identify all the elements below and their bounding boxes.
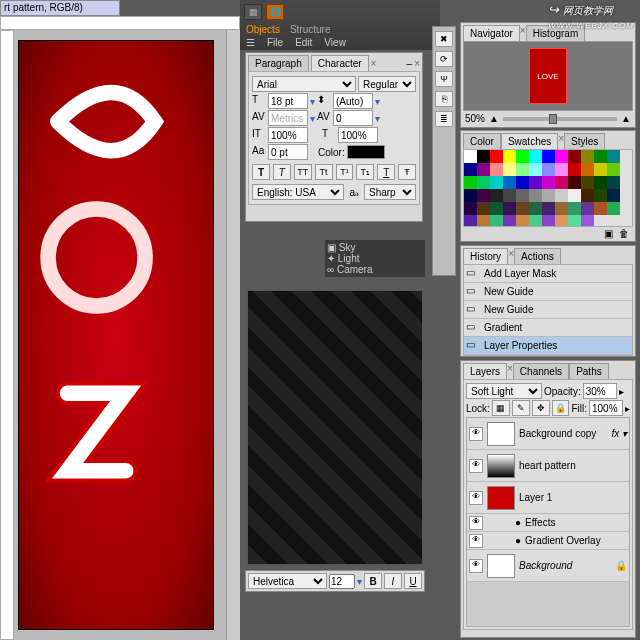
- zoom-slider[interactable]: [503, 117, 617, 121]
- tab-structure[interactable]: Structure: [290, 24, 331, 35]
- lock-all-icon[interactable]: 🔒: [552, 400, 570, 416]
- dropdown-icon[interactable]: ▾: [357, 576, 362, 587]
- swatch[interactable]: [607, 150, 620, 163]
- italic-button[interactable]: I: [384, 573, 402, 589]
- ruler-vertical[interactable]: [0, 30, 14, 640]
- swatch[interactable]: [581, 215, 594, 227]
- swatch[interactable]: [503, 150, 516, 163]
- close-icon[interactable]: ×: [371, 58, 377, 69]
- language-select[interactable]: English: USA: [252, 184, 344, 200]
- ruler-horizontal[interactable]: [0, 16, 240, 30]
- menu-view[interactable]: View: [324, 37, 346, 48]
- swatch[interactable]: [581, 202, 594, 215]
- swatch[interactable]: [503, 202, 516, 215]
- bottom-font-select[interactable]: Helvetica: [248, 573, 327, 589]
- swatch[interactable]: [477, 189, 490, 202]
- swatch[interactable]: [555, 215, 568, 227]
- swatch[interactable]: [503, 189, 516, 202]
- swatch[interactable]: [568, 163, 581, 176]
- tab-navigator[interactable]: Navigator: [463, 25, 520, 41]
- globe-icon[interactable]: 🌐: [266, 4, 284, 20]
- swatch[interactable]: [568, 215, 581, 227]
- visibility-icon[interactable]: 👁: [469, 491, 483, 505]
- strike-button[interactable]: Ŧ: [398, 164, 416, 180]
- history-item[interactable]: ▭Layer Properties: [464, 337, 632, 355]
- swatch[interactable]: [581, 176, 594, 189]
- swatch[interactable]: [464, 150, 477, 163]
- swatch[interactable]: [581, 163, 594, 176]
- layers-icon[interactable]: ≣: [435, 111, 453, 127]
- dropdown-icon[interactable]: ▾: [310, 113, 315, 124]
- swatch[interactable]: [516, 189, 529, 202]
- visibility-icon[interactable]: 👁: [469, 559, 483, 573]
- swatch[interactable]: [568, 189, 581, 202]
- bottom-font-size[interactable]: [329, 574, 355, 589]
- swatch[interactable]: [555, 202, 568, 215]
- tab-paragraph[interactable]: Paragraph: [248, 55, 309, 71]
- swatch[interactable]: [594, 176, 607, 189]
- chevron-icon[interactable]: ▸: [619, 386, 624, 397]
- visibility-icon[interactable]: 👁: [469, 516, 483, 530]
- tab-color[interactable]: Color: [463, 133, 501, 149]
- swatch[interactable]: [464, 163, 477, 176]
- new-swatch-icon[interactable]: ▣: [604, 228, 613, 239]
- zoom-out-icon[interactable]: ▲: [489, 113, 499, 124]
- tab-channels[interactable]: Channels: [513, 363, 569, 379]
- bold-button[interactable]: B: [364, 573, 382, 589]
- dropdown-icon[interactable]: ▾: [375, 113, 380, 124]
- faux-italic-button[interactable]: T: [273, 164, 291, 180]
- swatch[interactable]: [516, 202, 529, 215]
- swatch[interactable]: [607, 176, 620, 189]
- layer-row[interactable]: 👁●Effects: [467, 514, 629, 532]
- swatch[interactable]: [542, 189, 555, 202]
- swatch[interactable]: [594, 202, 607, 215]
- layer-row[interactable]: 👁●Gradient Overlay: [467, 532, 629, 550]
- swatch[interactable]: [516, 176, 529, 189]
- swatch[interactable]: [542, 163, 555, 176]
- swatches-grid[interactable]: [463, 149, 633, 227]
- scene-item-sky[interactable]: ▣ Sky: [327, 242, 423, 253]
- font-style-select[interactable]: Regular: [358, 76, 416, 92]
- tab-character[interactable]: Character: [311, 55, 369, 71]
- swatch[interactable]: [516, 215, 529, 227]
- brush-icon[interactable]: ⟳: [435, 51, 453, 67]
- swatch[interactable]: [490, 215, 503, 227]
- swatch[interactable]: [477, 150, 490, 163]
- swatch[interactable]: [542, 202, 555, 215]
- layer-thumb[interactable]: [487, 554, 515, 578]
- swatch[interactable]: [542, 176, 555, 189]
- visibility-icon[interactable]: 👁: [469, 427, 483, 441]
- swatch[interactable]: [568, 176, 581, 189]
- history-item[interactable]: ▭Add Layer Mask: [464, 265, 632, 283]
- clone-icon[interactable]: ⎘: [435, 91, 453, 107]
- swatch[interactable]: [581, 189, 594, 202]
- usb-icon[interactable]: Ψ: [435, 71, 453, 87]
- swatch[interactable]: [555, 163, 568, 176]
- visibility-icon[interactable]: 👁: [469, 459, 483, 473]
- layer-thumb[interactable]: [487, 486, 515, 510]
- underline-button[interactable]: T: [377, 164, 395, 180]
- pattern-preview[interactable]: [247, 290, 423, 565]
- swatch[interactable]: [529, 176, 542, 189]
- swatch[interactable]: [594, 150, 607, 163]
- dropdown-icon[interactable]: ▾: [375, 96, 380, 107]
- leading-input[interactable]: [333, 93, 373, 109]
- layer-row[interactable]: 👁heart pattern: [467, 450, 629, 482]
- document-tab[interactable]: rt pattern, RGB/8): [0, 0, 120, 16]
- tab-swatches[interactable]: Swatches: [501, 133, 558, 149]
- swatch[interactable]: [490, 150, 503, 163]
- swatch[interactable]: [542, 215, 555, 227]
- canvas[interactable]: [18, 40, 214, 630]
- tab-styles[interactable]: Styles: [564, 133, 605, 149]
- zoom-in-icon[interactable]: ▲: [621, 113, 631, 124]
- swatch[interactable]: [581, 150, 594, 163]
- history-item[interactable]: ▭New Guide: [464, 301, 632, 319]
- vscale-input[interactable]: [268, 127, 308, 143]
- minimize-icon[interactable]: –: [407, 58, 413, 69]
- swatch[interactable]: [464, 176, 477, 189]
- swatch[interactable]: [477, 163, 490, 176]
- swatch[interactable]: [607, 163, 620, 176]
- swatch[interactable]: [555, 150, 568, 163]
- antialias-select[interactable]: Sharp: [364, 184, 416, 200]
- swatch[interactable]: [516, 150, 529, 163]
